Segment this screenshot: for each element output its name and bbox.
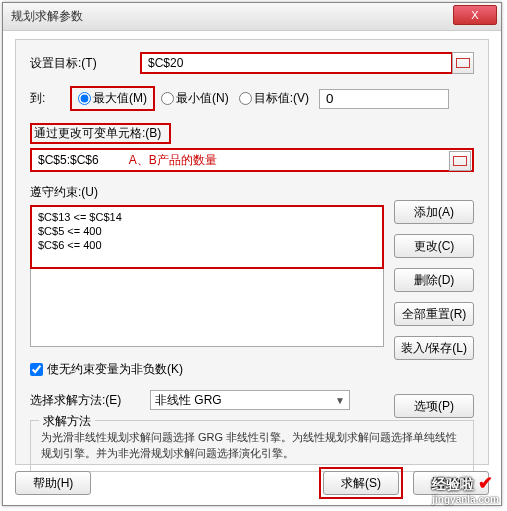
radio-value-input[interactable] [239, 92, 252, 105]
by-changing-label-row: 通过更改可变单元格:(B) [30, 123, 474, 144]
watermark-url: jingyanla.com [432, 494, 499, 505]
changing-cells-value: $C$5:$C$6 [38, 153, 99, 167]
target-cell-value: $C$20 [148, 56, 183, 70]
close-window-button[interactable]: X [453, 5, 497, 25]
radio-min-label: 最小值(N) [176, 90, 229, 107]
constraint-buttons: 添加(A) 更改(C) 删除(D) 全部重置(R) 装入/保存(L) [394, 200, 474, 360]
method-legend: 求解方法 [39, 413, 95, 430]
constraint-line[interactable]: $C$5 <= 400 [38, 224, 376, 238]
constraint-line[interactable]: $C$13 <= $C$14 [38, 210, 376, 224]
method-label: 选择求解方法:(E) [30, 392, 140, 409]
dialog-window: 规划求解参数 X 设置目标:(T) $C$20 到: 最大值(M) 最小值(N) [2, 2, 502, 506]
window-title: 规划求解参数 [7, 8, 83, 25]
add-button[interactable]: 添加(A) [394, 200, 474, 224]
radio-value-label: 目标值:(V) [254, 90, 309, 107]
changing-cells-note: A、B产品的数量 [129, 152, 217, 169]
help-button[interactable]: 帮助(H) [15, 471, 91, 495]
change-button[interactable]: 更改(C) [394, 234, 474, 258]
cells-range-picker-button[interactable] [449, 151, 471, 171]
range-icon [456, 58, 470, 68]
method-select[interactable]: 非线性 GRG ▼ [150, 390, 350, 410]
radio-max-label: 最大值(M) [93, 90, 147, 107]
range-icon [453, 156, 467, 166]
titlebar-blur [183, 9, 303, 25]
watermark-text: 经验啦 [432, 476, 474, 492]
constraints-listbox[interactable]: $C$13 <= $C$14 $C$5 <= 400 $C$6 <= 400 [30, 205, 384, 269]
constraints-label: 遵守约束:(U) [30, 184, 98, 201]
target-range-picker-button[interactable] [452, 52, 474, 74]
check-icon: ✔ [478, 473, 493, 493]
load-save-button[interactable]: 装入/保存(L) [394, 336, 474, 360]
solve-highlight: 求解(S) [319, 467, 403, 499]
main-panel: 设置目标:(T) $C$20 到: 最大值(M) 最小值(N) 目标值:(V) [15, 39, 489, 465]
set-target-label: 设置目标:(T) [30, 55, 140, 72]
watermark: 经验啦 ✔ jingyanla.com [432, 472, 499, 505]
method-fieldset: 求解方法 为光滑非线性规划求解问题选择 GRG 非线性引擎。为线性规划求解问题选… [30, 420, 474, 472]
nonneg-label: 使无约束变量为非负数(K) [47, 361, 183, 378]
target-cell-input[interactable]: $C$20 [140, 52, 453, 74]
constraints-label-row: 遵守约束:(U) [30, 184, 474, 201]
options-button[interactable]: 选项(P) [394, 394, 474, 418]
to-label: 到: [30, 90, 70, 107]
target-row: 设置目标:(T) $C$20 [30, 52, 474, 74]
radio-min-input[interactable] [161, 92, 174, 105]
radio-min[interactable]: 最小值(N) [161, 90, 229, 107]
chevron-down-icon: ▼ [335, 395, 345, 406]
delete-button[interactable]: 删除(D) [394, 268, 474, 292]
titlebar[interactable]: 规划求解参数 X [3, 3, 501, 31]
radio-max[interactable]: 最大值(M) [78, 90, 147, 107]
nonneg-row: 使无约束变量为非负数(K) [30, 361, 474, 378]
constraint-line[interactable]: $C$6 <= 400 [38, 238, 376, 252]
max-radio-highlight: 最大值(M) [70, 86, 155, 111]
changing-cells-input[interactable]: $C$5:$C$6 A、B产品的数量 [30, 148, 474, 172]
to-row: 到: 最大值(M) 最小值(N) 目标值:(V) [30, 86, 474, 111]
reset-button[interactable]: 全部重置(R) [394, 302, 474, 326]
constraints-listbox-ext[interactable] [30, 269, 384, 347]
radio-value[interactable]: 目标值:(V) [239, 90, 309, 107]
radio-max-input[interactable] [78, 92, 91, 105]
value-of-input[interactable] [319, 89, 449, 109]
by-changing-label: 通过更改可变单元格:(B) [30, 123, 171, 144]
footer: 帮助(H) 求解(S) 关闭(O) [15, 469, 489, 497]
nonneg-checkbox[interactable] [30, 363, 43, 376]
solve-button[interactable]: 求解(S) [323, 471, 399, 495]
method-description: 为光滑非线性规划求解问题选择 GRG 非线性引擎。为线性规划求解问题选择单纯线性… [41, 429, 463, 461]
method-value: 非线性 GRG [155, 392, 222, 409]
